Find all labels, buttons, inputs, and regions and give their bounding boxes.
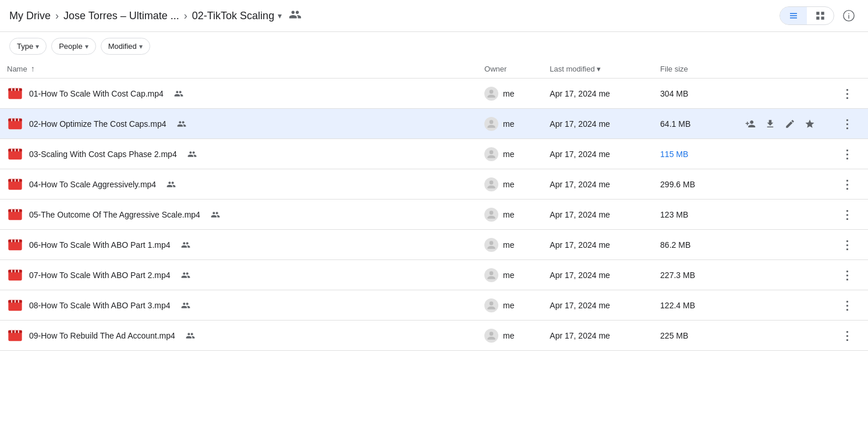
shared-badge-icon <box>185 149 197 159</box>
filesize-cell: 123 MB <box>653 200 726 230</box>
list-view-button[interactable] <box>780 7 807 24</box>
filesize-value: 115 MB <box>660 150 688 159</box>
file-type-icon <box>7 207 23 223</box>
col-header-modified[interactable]: Last modified ▾ <box>543 59 653 79</box>
more-options-button[interactable]: ⋮ <box>838 175 856 194</box>
owner-name: me <box>503 240 514 250</box>
type-filter-button[interactable]: Type ▾ <box>9 38 47 55</box>
inline-actions-cell <box>726 169 831 200</box>
grid-view-button[interactable] <box>807 7 834 24</box>
col-header-filesize[interactable]: File size <box>653 59 726 79</box>
breadcrumb: My Drive › Jose Torres – Ultimate ... › … <box>9 8 302 24</box>
breadcrumb-sep-2: › <box>184 10 187 22</box>
col-header-owner[interactable]: Owner <box>477 59 543 79</box>
more-options-button[interactable]: ⋮ <box>838 266 856 284</box>
filesize-value: 122.4 MB <box>660 301 695 310</box>
more-actions-cell: ⋮ <box>831 321 868 351</box>
breadcrumb-parent[interactable]: Jose Torres – Ultimate ... <box>63 10 179 22</box>
filesize-value: 304 MB <box>660 89 688 98</box>
more-actions-cell: ⋮ <box>831 230 868 260</box>
more-options-button[interactable]: ⋮ <box>838 326 856 345</box>
file-name-cell: 01-How To Scale With Cost Cap.mp4 <box>0 79 477 109</box>
breadcrumb-current[interactable]: 02-TikTok Scaling ▾ <box>192 10 282 22</box>
more-actions-cell: ⋮ <box>831 109 868 139</box>
owner-avatar <box>484 329 498 343</box>
file-type-icon <box>7 146 23 162</box>
modified-cell: Apr 17, 2024 me <box>543 79 653 109</box>
svg-point-49 <box>490 301 494 305</box>
file-type-icon <box>7 267 23 283</box>
svg-point-43 <box>490 271 494 275</box>
svg-point-55 <box>490 332 494 336</box>
modified-filter-button[interactable]: Modified ▾ <box>101 38 150 55</box>
breadcrumb-dropdown-arrow: ▾ <box>278 11 282 20</box>
owner-cell: me <box>477 200 543 230</box>
col-header-name[interactable]: Name ↑ <box>0 59 477 79</box>
people-filter-button[interactable]: People ▾ <box>51 38 95 55</box>
modified-cell: Apr 17, 2024 me <box>543 290 653 321</box>
svg-point-13 <box>490 120 494 124</box>
more-options-button[interactable]: ⋮ <box>838 145 856 163</box>
filesize-cell: 227.3 MB <box>653 260 726 290</box>
file-name-text: 09-How To Rebuild The Ad Account.mp4 <box>29 331 175 340</box>
file-name-cell: 08-How To Scale With ABO Part 3.mp4 <box>0 290 477 321</box>
view-toggle <box>780 6 834 25</box>
add-person-button[interactable] <box>741 115 760 133</box>
file-type-icon <box>7 176 23 193</box>
more-options-button[interactable]: ⋮ <box>838 205 856 224</box>
download-button[interactable] <box>761 115 780 133</box>
file-name-text: 03-Scaling With Cost Caps Phase 2.mp4 <box>29 150 177 159</box>
owner-cell: me <box>477 260 543 290</box>
filesize-cell: 122.4 MB <box>653 290 726 321</box>
filesize-cell: 86.2 MB <box>653 230 726 260</box>
header: My Drive › Jose Torres – Ultimate ... › … <box>0 0 868 32</box>
modified-cell: Apr 17, 2024 me <box>543 200 653 230</box>
owner-cell: me <box>477 290 543 321</box>
shared-badge-icon <box>183 330 195 341</box>
shared-badge-icon <box>179 300 190 311</box>
info-button[interactable] <box>839 6 859 26</box>
table-row[interactable]: 07-How To Scale With ABO Part 2.mp4 me A… <box>0 260 868 290</box>
more-options-button[interactable]: ⋮ <box>838 296 856 315</box>
svg-point-37 <box>490 241 494 245</box>
edit-button[interactable] <box>781 115 799 133</box>
table-row[interactable]: 06-How To Scale With ABO Part 1.mp4 me A… <box>0 230 868 260</box>
header-controls <box>780 6 859 26</box>
table-row[interactable]: 08-How To Scale With ABO Part 3.mp4 me A… <box>0 290 868 321</box>
modified-cell: Apr 17, 2024 me <box>543 109 653 139</box>
filesize-value: 225 MB <box>660 331 688 340</box>
svg-point-25 <box>490 180 494 184</box>
table-row[interactable]: 09-How To Rebuild The Ad Account.mp4 me … <box>0 321 868 351</box>
table-row[interactable]: 02-How Optimize The Cost Caps.mp4 me Apr… <box>0 109 868 139</box>
owner-avatar <box>484 208 498 222</box>
breadcrumb-root[interactable]: My Drive <box>9 10 51 22</box>
table-row[interactable]: 04-How To Scale Aggressively.mp4 me Apr … <box>0 169 868 200</box>
owner-name: me <box>503 180 514 189</box>
owner-cell: me <box>477 230 543 260</box>
table-row[interactable]: 01-How To Scale With Cost Cap.mp4 me Apr… <box>0 79 868 109</box>
file-name-cell: 03-Scaling With Cost Caps Phase 2.mp4 <box>0 139 477 169</box>
owner-name: me <box>503 210 514 219</box>
more-options-button[interactable]: ⋮ <box>838 236 856 254</box>
inline-actions-cell <box>726 321 831 351</box>
file-name-text: 04-How To Scale Aggressively.mp4 <box>29 180 156 189</box>
inline-actions-cell <box>726 79 831 109</box>
more-options-button[interactable]: ⋮ <box>838 84 856 103</box>
table-row[interactable]: 03-Scaling With Cost Caps Phase 2.mp4 me… <box>0 139 868 169</box>
modified-cell: Apr 17, 2024 me <box>543 139 653 169</box>
star-button[interactable] <box>800 115 819 133</box>
file-table: Name ↑ Owner Last modified ▾ File size <box>0 59 868 351</box>
owner-cell: me <box>477 321 543 351</box>
filesize-cell: 225 MB <box>653 321 726 351</box>
inline-actions-cell <box>726 230 831 260</box>
type-filter-label: Type <box>17 42 33 51</box>
filesize-value: 86.2 MB <box>660 240 690 250</box>
owner-avatar <box>484 117 498 131</box>
more-options-button[interactable]: ⋮ <box>838 115 856 133</box>
shared-badge-icon <box>179 240 190 250</box>
table-row[interactable]: 05-The Outcome Of The Aggressive Scale.m… <box>0 200 868 230</box>
col-header-actions <box>726 59 831 79</box>
owner-name: me <box>503 271 514 280</box>
col-header-more <box>831 59 868 79</box>
owner-cell: me <box>477 139 543 169</box>
